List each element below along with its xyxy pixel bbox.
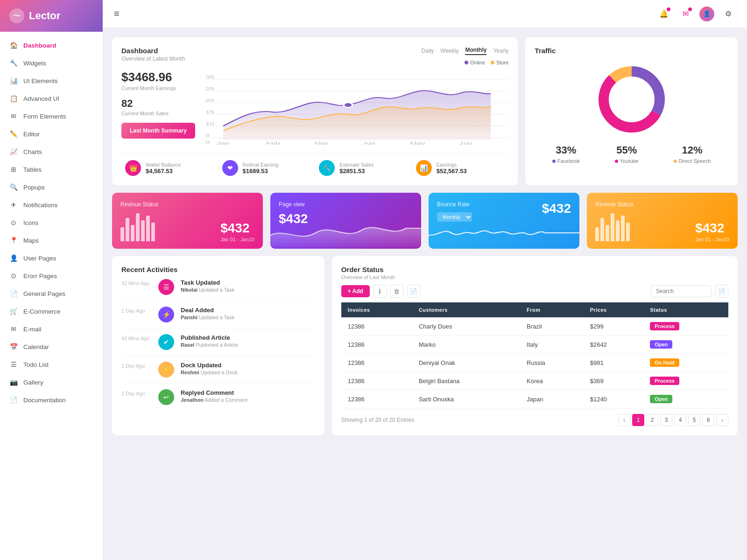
mail-icon[interactable]: ✉ <box>678 7 693 21</box>
sidebar-item-advanced-ui[interactable]: 📋Advanced UI <box>0 90 103 107</box>
donut-chart <box>535 62 728 137</box>
svg-text:25: 25 <box>205 86 215 91</box>
dashboard-tabs: DailyWeeklyMonthlyYearly <box>422 47 509 55</box>
activity-content: Published Article Rasel Published a Arti… <box>181 334 238 348</box>
sidebar-item-ecommerce[interactable]: 🛒E-Commerce <box>0 302 103 320</box>
search-icon[interactable]: 📄 <box>715 285 728 298</box>
stat-icon: ❤ <box>222 160 238 176</box>
sidebar-item-charts[interactable]: 📈Charts <box>0 143 103 161</box>
page-6-button[interactable]: 6 <box>702 414 714 426</box>
activity-item: 42 Mins Ago ✔ Published Article Rasel Pu… <box>121 329 315 356</box>
sidebar-item-icons[interactable]: ⊙Icons <box>0 214 103 231</box>
tab-daily[interactable]: Daily <box>422 48 434 54</box>
status-card-revenue2: Revinue Status $432 Jan 01 - Jan10 <box>587 193 738 249</box>
tab-weekly[interactable]: Weekly <box>440 48 458 54</box>
sales-value: 82 <box>121 98 196 110</box>
earnings-value: $3468.96 <box>121 70 196 84</box>
stat-info: Estimate Sales$2851.53 <box>339 162 374 175</box>
status-badge: Process <box>650 377 679 385</box>
sales-label: Current Month Sales <box>121 111 196 116</box>
order-search-input[interactable] <box>651 285 712 297</box>
toolbar-file-icon[interactable]: 📄 <box>407 285 420 298</box>
advanced-ui-icon: 📋 <box>9 94 18 103</box>
table-row: 12386Charly DuesBrazil$299Process <box>341 317 728 336</box>
sidebar-item-notifications[interactable]: ✈Notifications <box>0 196 103 214</box>
toolbar-info-icon[interactable]: ℹ <box>374 285 387 298</box>
status-cards-row: Revinue Status $432 Jan 01 - Jan10 Page … <box>112 193 738 249</box>
activity-item: 1 Day Ago ⚡ Deal Added Panshi Updated a … <box>121 301 315 329</box>
sidebar-item-email[interactable]: ✉E-mail <box>0 320 103 338</box>
traffic-stat-item: 33%Facebook <box>552 144 580 164</box>
sidebar-item-label: Popups <box>23 184 45 191</box>
page-2-button[interactable]: 2 <box>646 414 658 426</box>
toolbar-trash-icon[interactable]: 🗑 <box>390 285 403 298</box>
bar-item <box>126 218 129 241</box>
stat-item: 👑Wallet Ballance$4,567.53 <box>121 160 218 176</box>
dashboard-chart: 35 25 20 15 10 5 0 <box>205 70 508 147</box>
page-3-button[interactable]: 3 <box>660 414 672 426</box>
sidebar-item-tables[interactable]: ⊞Tables <box>0 161 103 178</box>
activity-time: 42 Mins Ago <box>121 336 152 341</box>
maps-icon: 📍 <box>9 236 18 245</box>
bar-item <box>626 223 630 241</box>
sidebar-item-todo[interactable]: ☰Todo List <box>0 356 103 373</box>
activity-time: 42 Mins Ago <box>121 280 152 286</box>
table-cell: $2642 <box>584 336 643 354</box>
calendar-icon: 📅 <box>9 343 18 351</box>
activity-icon: ↩ <box>158 389 174 405</box>
sidebar-item-label: General Pages <box>23 290 65 297</box>
hamburger-icon[interactable]: ≡ <box>114 8 120 19</box>
page-5-button[interactable]: 5 <box>688 414 700 426</box>
bar-item <box>611 213 614 241</box>
page-next-button[interactable]: › <box>716 414 728 426</box>
sidebar-item-popups[interactable]: 🔍Popups <box>0 178 103 196</box>
sidebar-item-widgets[interactable]: 🔧Widgets <box>0 54 103 72</box>
pagination: ‹123456› <box>618 414 728 426</box>
sidebar-item-error-pages[interactable]: ⊙Erorr Pages <box>0 267 103 285</box>
table-footer: Showing 1 of 20 of 20 Entries ‹123456› <box>341 414 728 426</box>
stat-icon: 📊 <box>416 160 432 176</box>
bar-item <box>606 225 609 241</box>
topbar: ≡ 🔔 ✉ 👤 ⚙ <box>103 0 747 28</box>
dashboard-stats-row: 👑Wallet Ballance$4,567.53❤Referal Earnin… <box>121 153 508 176</box>
settings-gear-icon[interactable]: ⚙ <box>721 7 736 21</box>
sidebar-item-form-elements[interactable]: ✉Form Elements <box>0 107 103 125</box>
activity-icon: ⚡ <box>158 362 174 378</box>
sidebar-item-ui-elements[interactable]: 📊UI Elements <box>0 72 103 90</box>
bounce-line-chart <box>429 219 579 249</box>
table-cell: Brazil <box>520 317 584 336</box>
wave-chart <box>270 219 421 249</box>
sidebar-item-user-pages[interactable]: 👤User Pages <box>0 249 103 267</box>
bar-item <box>621 216 625 241</box>
tab-monthly[interactable]: Monthly <box>465 47 486 55</box>
status-badge: Process <box>650 322 679 330</box>
bar-item <box>600 218 604 241</box>
sidebar-item-general-pages[interactable]: 📄General Pages <box>0 285 103 302</box>
table-row: 12386Sarti OnuskaJapan$1240Open <box>341 390 728 408</box>
activities-card: Recent Activities 42 Mins Ago ☰ Task Upd… <box>112 256 324 435</box>
tab-yearly[interactable]: Yearly <box>493 48 508 54</box>
page-prev-button[interactable]: ‹ <box>618 414 630 426</box>
svg-text:20: 20 <box>205 98 215 103</box>
sidebar-item-editor[interactable]: ✏️Editor <box>0 125 103 143</box>
add-order-button[interactable]: + Add <box>341 285 370 297</box>
sidebar-item-label: Form Elements <box>23 113 66 120</box>
ui-elements-icon: 📊 <box>9 77 18 85</box>
sidebar-item-calendar[interactable]: 📅Calendar <box>0 338 103 356</box>
sidebar-item-label: Calendar <box>23 343 49 350</box>
sidebar-item-maps[interactable]: 📍Maps <box>0 231 103 249</box>
page-1-button[interactable]: 1 <box>632 414 644 426</box>
sidebar-item-gallery[interactable]: 📷Gallery <box>0 373 103 391</box>
last-month-summary-button[interactable]: Last Month Summary <box>121 123 195 139</box>
activity-time: 1 Day Ago <box>121 308 152 314</box>
sidebar-item-dashboard[interactable]: 🏠Dashboard <box>0 36 103 54</box>
svg-text:15: 15 <box>205 110 215 114</box>
sidebar-item-documentation[interactable]: 📄Documentation <box>0 391 103 409</box>
svg-text:Feb: Feb <box>266 141 280 145</box>
activity-content: Deal Added Panshi Updated a Task <box>181 307 234 320</box>
avatar[interactable]: 👤 <box>699 7 714 21</box>
page-4-button[interactable]: 4 <box>674 414 686 426</box>
table-cell-status: Process <box>643 317 728 336</box>
legend-item: Online <box>465 60 485 65</box>
notification-bell-icon[interactable]: 🔔 <box>656 7 671 21</box>
